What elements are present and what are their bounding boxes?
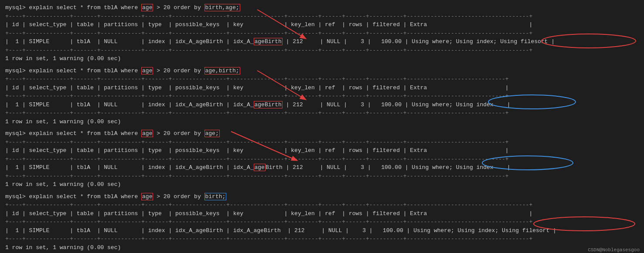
query-block-2: mysql> explain select * from tblA where … [5, 67, 639, 126]
table-sep-1c: +----+-------------+-------+------------… [5, 46, 639, 55]
table-sep-2a: +----+-------------+-------+------------… [5, 75, 639, 84]
age-highlight-3: age [141, 130, 153, 137]
query-line-1: mysql> explain select * from tblA where … [5, 3, 639, 12]
result-3: 1 row in set, 1 warning (0.00 sec) [5, 180, 639, 189]
table-header-1: | id | select_type | table | partitions … [5, 20, 639, 29]
query-block-1: mysql> explain select * from tblA where … [5, 3, 639, 63]
result-4: 1 row in set, 1 warning (0.00 sec) [5, 243, 639, 252]
table-sep-1b: +----+-------------+-------+------------… [5, 29, 639, 38]
table-sep-3a: +----+-------------+-------+------------… [5, 138, 639, 147]
table-header-4: | id | select_type | table | partitions … [5, 209, 639, 218]
age-highlight-4: age [141, 193, 153, 200]
query-line-2: mysql> explain select * from tblA where … [5, 67, 639, 75]
result-1: 1 row in set, 1 warning (0.00 sec) [5, 54, 639, 63]
key-highlight-2: ageBirth [254, 101, 283, 108]
query-block-3: mysql> explain select * from tblA where … [5, 129, 639, 189]
orderby-highlight-3: age; [204, 130, 220, 137]
query-line-4: mysql> explain select * from tblA where … [5, 192, 639, 201]
table-sep-3b: +----+-------------+-------+------------… [5, 155, 639, 164]
table-sep-4a: +----+-------------+-------+------------… [5, 201, 639, 209]
table-sep-4b: +----+-------------+-------+------------… [5, 218, 639, 226]
table-row-4: | 1 | SIMPLE | tblA | NULL | index | idx… [5, 226, 639, 235]
result-2: 1 row in set, 1 warning (0.00 sec) [5, 118, 639, 126]
table-row-2: | 1 | SIMPLE | tblA | NULL | index | idx… [5, 101, 639, 109]
table-row-3: | 1 | SIMPLE | tblA | NULL | index | idx… [5, 163, 639, 172]
table-header-2: | id | select_type | table | partitions … [5, 84, 639, 92]
orderby-highlight-1: birth,age; [204, 4, 240, 11]
table-sep-3c: +----+-------------+-------+------------… [5, 172, 639, 181]
table-sep-1a: +----+-------------+-------+------------… [5, 12, 639, 21]
terminal: mysql> explain select * from tblA where … [0, 0, 644, 253]
key-highlight-3: age [254, 164, 266, 171]
table-row-1: | 1 | SIMPLE | tblA | NULL | index | idx… [5, 37, 639, 46]
age-highlight-1: age [141, 4, 153, 11]
table-sep-2b: +----+-------------+-------+------------… [5, 92, 639, 101]
query-line-3: mysql> explain select * from tblA where … [5, 129, 639, 138]
orderby-highlight-4: birth; [204, 193, 227, 200]
orderby-highlight-2: age,birth; [204, 67, 240, 74]
query-block-4: mysql> explain select * from tblA where … [5, 192, 639, 252]
table-header-3: | id | select_type | table | partitions … [5, 146, 639, 155]
watermark: CSDN@Noblegasesgoo [588, 246, 640, 253]
table-sep-2c: +----+-------------+-------+------------… [5, 109, 639, 118]
age-highlight-2: age [141, 67, 153, 74]
table-sep-4c: +----+-------------+-------+------------… [5, 235, 639, 243]
key-highlight-1: ageBirth [254, 38, 283, 45]
